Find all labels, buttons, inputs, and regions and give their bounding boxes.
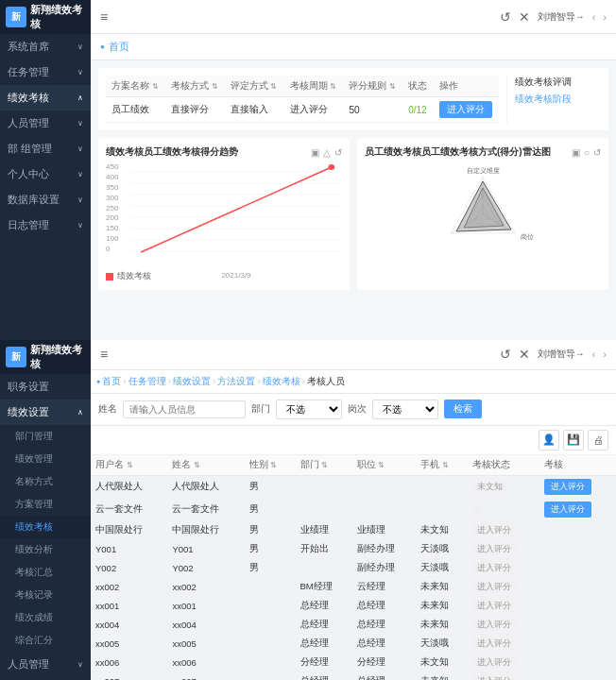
sidebar-item-dept[interactable]: 部 组管理 ∨ xyxy=(0,136,91,162)
evaluate-btn[interactable]: 进入评分 xyxy=(544,479,591,495)
sidebar-item-people[interactable]: 人员管理 ∨ xyxy=(0,110,91,136)
table-row: xx005xx005总经理总经理天淡哦进入评分 xyxy=(91,634,616,653)
table-cell: 男 xyxy=(245,539,296,558)
sidebar-item-data[interactable]: 数据库设置 ∨ xyxy=(0,187,91,212)
table-toolbar2: 👤 💾 🖨 xyxy=(91,426,616,455)
table-cell: 开始出 xyxy=(296,539,352,558)
chart1-icon3[interactable]: ↺ xyxy=(334,147,342,158)
sidebar2-item-job[interactable]: 职务设置 xyxy=(0,374,91,400)
toolbar-icon-save[interactable]: 💾 xyxy=(563,430,584,450)
table-cell: xx007 xyxy=(167,672,244,680)
enter-score-btn1[interactable]: 进入评分 xyxy=(439,101,492,118)
bc-perf[interactable]: 绩效考核 xyxy=(263,375,300,388)
sidebar2-item-people[interactable]: 人员管理 ∨ xyxy=(0,652,91,677)
refresh-icon1[interactable]: ↺ xyxy=(500,9,511,25)
table-cell: xx006 xyxy=(167,653,244,672)
chart2-icon1[interactable]: ▣ xyxy=(572,147,580,158)
menu-icon1[interactable]: ≡ xyxy=(100,9,108,25)
col2-phone: 手机 ⇅ xyxy=(416,455,467,476)
table-header-row: 用户名 ⇅ 姓名 ⇅ 性别 ⇅ 部门 ⇅ 职位 ⇅ 手机 ⇅ 考核状态 考核 xyxy=(91,455,616,476)
bc-home[interactable]: 首页 xyxy=(102,375,121,388)
toolbar-icon-print[interactable]: 🖨 xyxy=(588,430,608,450)
search-button[interactable]: 检索 xyxy=(444,400,482,418)
chart2-icon3[interactable]: ↺ xyxy=(593,147,601,158)
sidebar2-sub-record[interactable]: 考核记录 xyxy=(0,584,91,606)
sidebar2-sub-analysis[interactable]: 绩效分析 xyxy=(0,538,91,561)
table-cell: xx001 xyxy=(91,596,167,615)
table-cell: 人代限处人 xyxy=(167,475,244,498)
sidebar-item-finance[interactable]: 任务管理 ∨ xyxy=(0,60,91,85)
sidebar2-sub-perf-mgmt[interactable]: 绩效管理 xyxy=(0,448,91,470)
svg-text:自定义维度: 自定义维度 xyxy=(467,167,500,175)
search-input-name[interactable] xyxy=(123,400,246,418)
evaluate-btn[interactable]: 进入评分 xyxy=(544,502,591,518)
nav-prev2[interactable]: ‹ xyxy=(592,348,596,360)
sidebar2: 新 新翔绩效考核 职务设置 绩效设置 ∧ 部门管理 绩效管理 名称方式 方案管理… xyxy=(0,340,91,680)
breadcrumb1: ● 首页 xyxy=(91,34,616,60)
panel2: 新 新翔绩效考核 职务设置 绩效设置 ∧ 部门管理 绩效管理 名称方式 方案管理… xyxy=(0,340,616,680)
table-cell xyxy=(416,498,467,520)
sidebar2-sub-score[interactable]: 绩次成绩 xyxy=(0,606,91,629)
sidebar-item-perf[interactable]: 绩效考核 ∧ xyxy=(0,85,91,110)
right-panel-link[interactable]: 绩效考核阶段 xyxy=(515,93,601,106)
table-cell: 副经办理 xyxy=(352,539,417,558)
table-cell: 未来知 xyxy=(416,615,467,634)
chart1-title-text: 绩效考核员工绩效考核得分趋势 xyxy=(106,145,238,159)
table-cell: xx004 xyxy=(91,615,167,634)
col-action: 操作 xyxy=(434,76,499,97)
bc-method[interactable]: 方法设置 xyxy=(217,375,255,388)
sidebar2-sub-summary[interactable]: 考核汇总 xyxy=(0,561,91,584)
charts-row1: 绩效考核员工绩效考核得分趋势 ▣ △ ↺ 450 400 350 300 xyxy=(98,138,608,290)
toolbar-icon-person[interactable]: 👤 xyxy=(539,430,559,450)
sidebar2-sub-comp[interactable]: 综合汇分 xyxy=(0,629,91,652)
nav-next2[interactable]: › xyxy=(603,348,607,360)
x-axis-label: 2021/3/9 xyxy=(130,271,342,280)
breadcrumb-home1[interactable]: 首页 xyxy=(109,40,129,54)
search-select-role[interactable]: 不选 xyxy=(372,400,438,419)
sidebar1: 新 新翔绩效考核 系统首席 ∨ 任务管理 ∨ 绩效考核 ∧ 人员管理 ∨ 部 组… xyxy=(0,0,91,340)
menu-icon2[interactable]: ≡ xyxy=(100,347,108,362)
col-cycle: 考核周期 ⇅ xyxy=(284,76,344,97)
close-icon1[interactable]: ✕ xyxy=(519,9,530,25)
sidebar-item-log[interactable]: 日志管理 ∨ xyxy=(0,212,91,238)
table-cell xyxy=(245,577,296,596)
chart2-title-text: 员工绩效考核员工绩效考核方式(得分)雷达图 xyxy=(365,145,551,159)
main-content2: ≡ ↺ ✕ 刘增智导→ ‹ › ● 首页 › 任务管理 › 绩效设置 › 方法设… xyxy=(91,340,616,680)
logo-text1: 新翔绩效考核 xyxy=(30,3,85,31)
logo1: 新 新翔绩效考核 xyxy=(0,0,91,34)
logo-icon2: 新 xyxy=(6,347,26,367)
search-select-dept[interactable]: 不选 xyxy=(276,400,342,419)
svg-text:岗位: 岗位 xyxy=(521,233,534,240)
table-cell xyxy=(416,475,467,498)
sidebar-item-personal[interactable]: 个人中心 ∨ xyxy=(0,162,91,187)
table-cell: 中国限处行 xyxy=(91,520,167,539)
sidebar2-sub-plan[interactable]: 方案管理 xyxy=(0,493,91,516)
nav-next1[interactable]: › xyxy=(603,11,607,23)
perf-table2-wrapper: 用户名 ⇅ 姓名 ⇅ 性别 ⇅ 部门 ⇅ 职位 ⇅ 手机 ⇅ 考核状态 考核 人… xyxy=(91,455,616,680)
topbar2: ≡ ↺ ✕ 刘增智导→ ‹ › xyxy=(91,340,616,370)
refresh-icon2[interactable]: ↺ xyxy=(500,347,511,362)
col-method: 考核方式 ⇅ xyxy=(165,76,225,97)
sidebar2-item-perf[interactable]: 绩效设置 ∧ xyxy=(0,400,91,425)
sidebar2-sub-name[interactable]: 名称方式 xyxy=(0,470,91,493)
sidebar-item-system[interactable]: 系统首席 ∨ xyxy=(0,34,91,60)
table-cell: 业绩理 xyxy=(296,520,352,539)
assess-status-badge: 进入评分 xyxy=(472,675,516,680)
table-cell: 未来知 xyxy=(416,577,467,596)
sidebar2-sub-perf-assess[interactable]: 绩效考核 xyxy=(0,516,91,538)
table-cell: 业绩理 xyxy=(352,520,417,539)
table-row: Y001Y001男开始出副经办理天淡哦进入评分 xyxy=(91,539,616,558)
chart1-icon1[interactable]: ▣ xyxy=(311,147,319,158)
chart2-icon2[interactable]: ○ xyxy=(584,147,590,158)
table-cell xyxy=(245,653,296,672)
nav-prev1[interactable]: ‹ xyxy=(592,11,596,23)
chart1-icon2[interactable]: △ xyxy=(323,147,331,158)
table-cell: 云一套文件 xyxy=(167,498,244,520)
close-icon2[interactable]: ✕ xyxy=(519,347,530,362)
assess-status-badge: 进入评分 xyxy=(472,543,516,554)
sidebar2-sub-dept[interactable]: 部门管理 xyxy=(0,425,91,448)
bc-task[interactable]: 任务管理 xyxy=(128,375,166,388)
bc-perf-set[interactable]: 绩效设置 xyxy=(173,375,211,388)
table-cell: Y002 xyxy=(167,558,244,577)
line-chart-area: 450 400 350 300 250 200 150 100 0 xyxy=(106,162,342,266)
